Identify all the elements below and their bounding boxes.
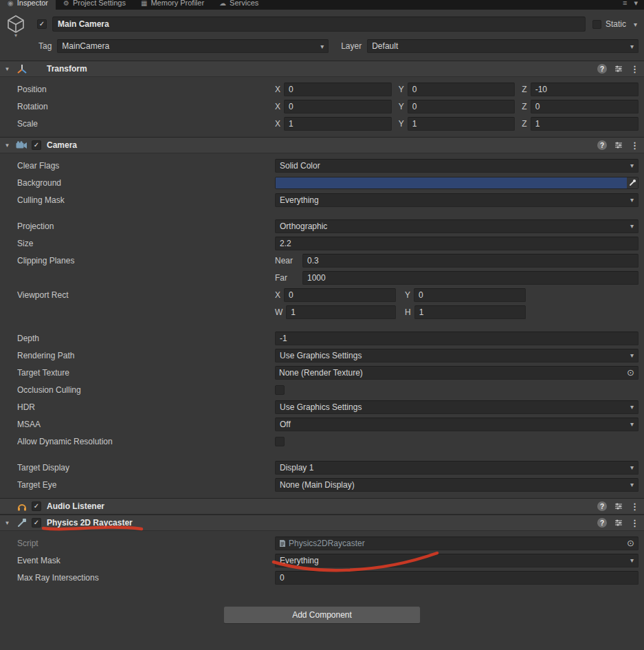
target-display-dropdown[interactable]: Display 1 ▾ [275, 461, 639, 475]
presets-icon[interactable] [614, 141, 623, 149]
axis-x-label: X [275, 119, 280, 129]
foldout-arrow-icon[interactable]: ▼ [3, 66, 12, 72]
gameobject-name-input[interactable] [52, 17, 586, 32]
rotation-x-input[interactable] [284, 100, 392, 113]
background-row: Background [0, 174, 644, 191]
tab-inspector[interactable]: ◉ Inspector [0, 0, 56, 10]
position-y-input[interactable] [408, 83, 515, 96]
kebab-menu-icon[interactable]: ⋮ [630, 140, 639, 151]
help-icon[interactable]: ? [597, 501, 607, 511]
gameobject-icon-button[interactable]: ▾ [5, 14, 37, 34]
presets-icon[interactable] [614, 502, 623, 510]
tab-project-settings[interactable]: ⚙ Project Settings [56, 0, 133, 10]
projection-dropdown[interactable]: Orthographic ▾ [275, 219, 639, 233]
viewport-y-input[interactable] [414, 288, 526, 302]
near-label: Near [275, 256, 302, 266]
viewport-rect-label: Viewport Rect [17, 290, 275, 300]
rendering-path-dropdown[interactable]: Use Graphics Settings ▾ [275, 349, 639, 362]
max-ray-intersections-row: Max Ray Intersections [0, 569, 644, 586]
tab-label: Memory Profiler [151, 0, 204, 7]
add-component-button[interactable]: Add Component [223, 606, 421, 624]
tag-dropdown-value: MainCamera [62, 41, 317, 51]
position-z-input[interactable] [531, 83, 639, 96]
position-x-input[interactable] [284, 83, 392, 96]
audio-listener-header: ✓ Audio Listener ? ⋮ [0, 498, 644, 514]
target-texture-object-field[interactable]: None (Render Texture) ⊙ [275, 366, 639, 380]
foldout-arrow-icon[interactable]: ▼ [3, 142, 12, 149]
hamburger-menu-icon[interactable]: ≡ [623, 0, 627, 7]
script-object-field[interactable]: Physics2DRaycaster ⊙ [275, 537, 639, 550]
hdr-row: HDR Use Graphics Settings ▾ [0, 398, 644, 415]
tab-label: Services [230, 0, 258, 7]
eyedropper-icon[interactable] [627, 177, 638, 188]
services-tab-icon: ☁ [219, 0, 226, 7]
chevron-down-icon: ▾ [630, 556, 634, 564]
rendering-path-row: Rendering Path Use Graphics Settings ▾ [0, 347, 644, 364]
check-icon: ✓ [34, 142, 39, 149]
object-picker-icon[interactable]: ⊙ [627, 539, 634, 548]
gameobject-active-checkbox[interactable]: ✓ [37, 19, 47, 29]
tab-services[interactable]: ☁ Services [212, 0, 266, 10]
object-picker-icon[interactable]: ⊙ [627, 368, 634, 377]
scale-y-input[interactable] [408, 117, 515, 131]
depth-row: Depth [0, 329, 644, 347]
kebab-menu-icon[interactable]: ⋮ [630, 518, 639, 528]
help-icon[interactable]: ? [597, 64, 607, 74]
viewport-x-input[interactable] [284, 288, 396, 302]
scale-x-input[interactable] [284, 117, 392, 131]
kebab-menu-icon[interactable]: ⋮ [630, 64, 639, 74]
raycaster-enabled-checkbox[interactable]: ✓ [32, 518, 41, 528]
help-icon[interactable]: ? [597, 518, 607, 528]
viewport-h-input[interactable] [414, 305, 526, 319]
help-icon[interactable]: ? [597, 140, 607, 150]
physics-2d-raycaster-icon [15, 517, 28, 528]
axis-z-label: Z [522, 102, 526, 111]
msaa-dropdown[interactable]: Off ▾ [275, 418, 639, 431]
rotation-y-input[interactable] [408, 100, 515, 113]
far-input[interactable] [302, 271, 639, 285]
hdr-dropdown[interactable]: Use Graphics Settings ▾ [275, 400, 639, 414]
presets-icon[interactable] [614, 65, 623, 73]
depth-input[interactable] [275, 332, 639, 345]
viewport-w-input[interactable] [286, 305, 396, 319]
project-settings-tab-icon: ⚙ [63, 0, 69, 7]
target-eye-row: Target Eye None (Main Display) ▾ [0, 476, 644, 493]
component-title: Transform [47, 64, 87, 74]
static-dropdown-icon[interactable]: ▾ [634, 21, 637, 28]
size-input[interactable] [275, 237, 639, 250]
presets-icon[interactable] [614, 519, 623, 527]
transform-scale-row: Scale X Y Z [0, 115, 644, 132]
allow-dynamic-resolution-checkbox[interactable] [275, 437, 285, 446]
axis-z-label: Z [522, 119, 526, 129]
depth-label: Depth [17, 334, 275, 343]
culling-mask-dropdown[interactable]: Everything ▾ [275, 193, 639, 207]
tab-memory-profiler[interactable]: ▦ Memory Profiler [133, 0, 212, 10]
chevron-down-icon: ▾ [630, 43, 634, 50]
static-checkbox[interactable] [592, 20, 601, 29]
static-toggle[interactable]: Static ▾ [592, 19, 639, 29]
static-label: Static [606, 19, 626, 29]
tag-dropdown[interactable]: MainCamera ▾ [57, 39, 329, 53]
camera-enabled-checkbox[interactable]: ✓ [32, 140, 41, 150]
max-ray-intersections-input[interactable] [275, 571, 639, 585]
color-swatch[interactable] [276, 177, 627, 188]
audio-listener-enabled-checkbox[interactable]: ✓ [32, 501, 41, 511]
window-dropdown-icon[interactable]: ▾ [634, 0, 638, 8]
scale-z-input[interactable] [531, 117, 639, 131]
kebab-menu-icon[interactable]: ⋮ [630, 501, 639, 512]
clear-flags-dropdown[interactable]: Solid Color ▾ [275, 159, 639, 173]
camera-header: ▼ ✓ Camera ? ⋮ [0, 137, 644, 153]
foldout-arrow-icon[interactable]: ▼ [3, 520, 12, 526]
allow-dynamic-resolution-row: Allow Dynamic Resolution [0, 433, 644, 450]
hdr-label: HDR [17, 402, 275, 412]
occlusion-culling-checkbox[interactable] [275, 385, 285, 395]
dropdown-value: Orthographic [280, 221, 627, 231]
near-input[interactable] [302, 254, 639, 268]
target-eye-dropdown[interactable]: None (Main Display) ▾ [275, 478, 639, 492]
clipping-planes-near-row: Clipping Planes Near [0, 252, 644, 269]
rotation-z-input[interactable] [531, 100, 639, 113]
layer-dropdown[interactable]: Default ▾ [367, 39, 639, 53]
chevron-down-icon: ▾ [320, 43, 324, 50]
event-mask-dropdown[interactable]: Everything ▾ [275, 554, 639, 567]
background-color-field[interactable] [275, 177, 639, 189]
